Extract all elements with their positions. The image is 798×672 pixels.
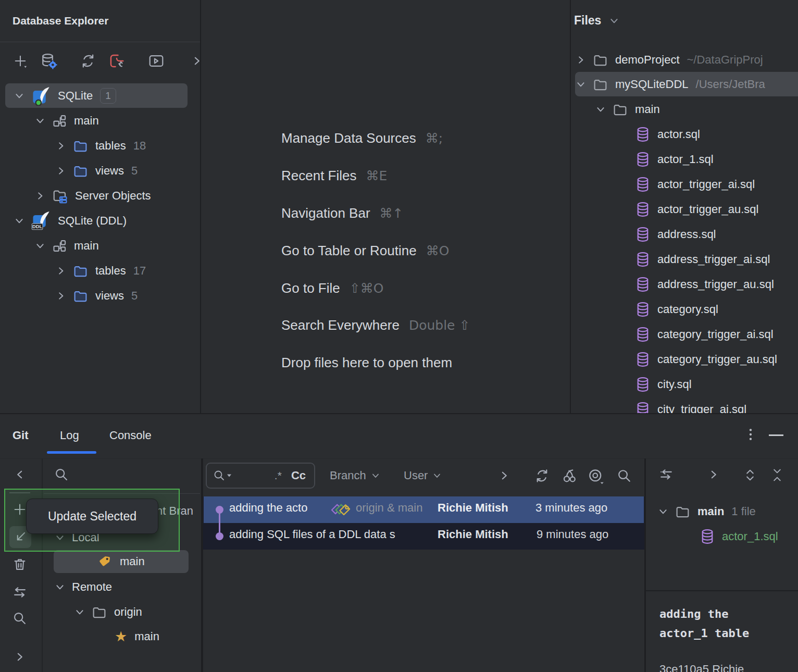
tree-item-sql-file[interactable]: address_trigger_ai.sql [635, 247, 777, 272]
chevron-down-icon[interactable] [35, 241, 45, 251]
expand-all-button[interactable] [743, 467, 757, 483]
tree-item-sqlite-ddl[interactable]: DDL SQLite (DDL) [15, 208, 134, 233]
delete-button[interactable] [13, 557, 27, 571]
expand-strip-button[interactable] [15, 652, 25, 662]
disconnect-button[interactable] [108, 53, 125, 69]
changed-files-root[interactable]: main 1 file [658, 499, 763, 524]
chevron-right-icon [192, 56, 200, 66]
branch-filter[interactable]: Branch [330, 466, 380, 485]
chevron-right-icon[interactable] [56, 291, 66, 301]
commit-message[interactable]: adding the acto [229, 501, 331, 519]
shortcut-keys: ⌘O [426, 243, 450, 258]
back-button[interactable] [15, 469, 25, 480]
chevron-down-icon[interactable] [55, 582, 65, 592]
chevron-down-icon[interactable] [576, 80, 585, 89]
chevron-right-icon[interactable] [56, 141, 66, 151]
tab-log[interactable]: Log [60, 429, 79, 442]
search-with-history-icon[interactable] [213, 469, 232, 482]
tree-item-label: mySQLiteDDL [615, 78, 689, 91]
tree-item-server-objects[interactable]: Server Objects [35, 183, 158, 208]
search-button[interactable] [13, 611, 27, 626]
tree-item-sql-file[interactable]: category.sql [635, 297, 726, 322]
refresh-log-button[interactable] [534, 468, 550, 483]
tree-item-sql-file[interactable]: actor.sql [635, 122, 707, 147]
chevron-down-icon[interactable] [75, 607, 84, 617]
commit-graph-node [216, 506, 223, 514]
shortcut-row: Navigation Bar ⌘↑ [281, 203, 404, 223]
search-icon [13, 611, 27, 626]
tree-item-tables[interactable]: tables 17 [56, 258, 153, 283]
collapse-all-button[interactable] [770, 467, 784, 483]
add-data-source-button[interactable] [13, 53, 28, 69]
commit-author: Richie Mitish [438, 501, 508, 515]
shortcut-row: Search Everywhere Double ⇧ [281, 315, 470, 335]
tab-console[interactable]: Console [109, 429, 152, 442]
chevron-down-icon[interactable] [609, 16, 619, 26]
chevron-down-icon[interactable] [35, 116, 45, 126]
sqlite-ddl-icon: DDL [31, 211, 51, 231]
editor-empty-state: Manage Data Sources ⌘; Recent Files ⌘E N… [201, 0, 570, 413]
more-filters-button[interactable] [499, 470, 509, 481]
chevron-down-icon[interactable] [15, 216, 24, 226]
search-icon [617, 468, 632, 483]
database-file-icon [635, 302, 650, 317]
jump-to-sources-button[interactable] [657, 467, 675, 483]
tree-item-main-folder[interactable]: main [596, 97, 667, 122]
tree-item-demo-project[interactable]: demoProject ~/DataGripProj [576, 47, 770, 72]
branch-item-main-local[interactable]: main [98, 549, 152, 574]
eye-filter-button[interactable] [588, 468, 604, 484]
shortcut-row: Recent Files ⌘E [281, 165, 387, 186]
branch-search-icon[interactable] [54, 467, 69, 482]
tree-item-main-schema[interactable]: main [35, 233, 106, 258]
files-header[interactable]: Files [574, 14, 619, 28]
more-options-button[interactable] [745, 428, 756, 441]
chevron-down-icon[interactable] [15, 91, 24, 101]
database-file-icon [635, 202, 650, 217]
tree-item-mysqliteddl[interactable]: mySQLiteDDL /Users/JetBra [576, 72, 772, 97]
tree-item-sql-file[interactable]: category_trigger_ai.sql [635, 322, 781, 347]
branch-label: main [134, 630, 159, 643]
shortcut-row: Drop files here to open them [281, 352, 452, 373]
data-source-properties-button[interactable] [41, 53, 57, 69]
commit-message[interactable]: adding SQL files of a DDL data s [229, 528, 435, 545]
tree-item-sql-file[interactable]: address.sql [635, 222, 724, 247]
schema-icon [52, 239, 67, 253]
branch-item-main-remote[interactable]: ★ main [115, 624, 167, 649]
match-case-toggle[interactable]: Cc [291, 469, 306, 482]
tree-item-sql-file[interactable]: address_trigger_au.sql [635, 272, 781, 297]
tree-item-sql-file[interactable]: city_trigger_ai.sql [635, 397, 754, 413]
compare-branches-button[interactable] [11, 585, 28, 600]
cherry-pick-icon [562, 468, 577, 483]
refresh-button[interactable] [80, 53, 96, 69]
tree-item-views[interactable]: views 5 [56, 158, 145, 183]
log-search-field[interactable]: .* Cc [206, 463, 315, 489]
branch-remote-origin[interactable]: origin [75, 600, 149, 625]
chevron-down-icon[interactable] [658, 507, 668, 516]
tree-item-sql-file[interactable]: city.sql [635, 372, 699, 397]
regex-toggle[interactable]: .* [275, 469, 282, 482]
tree-item-tables[interactable]: tables 18 [56, 133, 153, 158]
shortcut-label: Search Everywhere [281, 317, 400, 333]
cherry-pick-button[interactable] [562, 468, 577, 483]
tree-item-sql-file[interactable]: category_trigger_au.sql [635, 347, 784, 372]
changed-file-item[interactable]: actor_1.sql [700, 524, 785, 549]
search-log-button[interactable] [617, 468, 632, 483]
chevron-down-icon[interactable] [596, 105, 605, 114]
minimize-button[interactable] [769, 434, 783, 436]
tree-item-main-schema[interactable]: main [35, 108, 106, 133]
chevron-right-icon[interactable] [56, 166, 66, 176]
tree-item-views[interactable]: views 5 [56, 283, 145, 308]
branch-refs-icon [330, 501, 353, 519]
jump-to-console-button[interactable] [148, 53, 165, 69]
toolbar-more-button[interactable] [192, 56, 200, 66]
user-filter[interactable]: User [404, 466, 441, 485]
chevron-right-icon[interactable] [56, 266, 66, 276]
chevron-right-icon[interactable] [576, 55, 585, 65]
tree-item-sqlite[interactable]: SQLite 1 [15, 83, 123, 108]
tree-item-sql-file[interactable]: actor_trigger_au.sql [635, 197, 766, 222]
tree-item-sql-file[interactable]: actor_1.sql [635, 147, 721, 172]
expand-panel-button[interactable] [708, 469, 719, 480]
tree-item-sql-file[interactable]: actor_trigger_ai.sql [635, 172, 762, 197]
chevron-right-icon[interactable] [35, 191, 45, 201]
branch-group-remote[interactable]: Remote [55, 575, 119, 600]
